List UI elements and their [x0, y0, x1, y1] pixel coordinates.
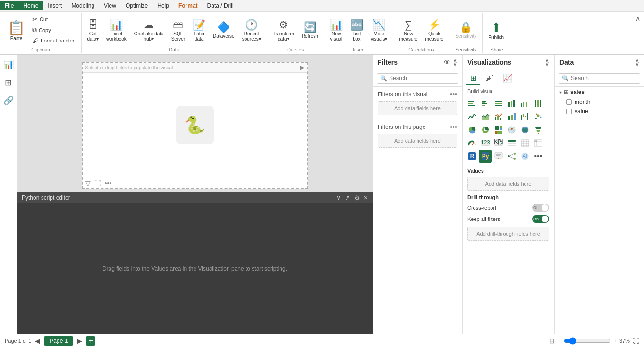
viz-tab-build[interactable]: ⊞	[466, 72, 480, 85]
model-view-button[interactable]: 🔗	[1, 93, 16, 108]
text-box-button[interactable]: 🔤 Textbox	[347, 18, 366, 42]
menu-modeling[interactable]: Modeling	[67, 1, 99, 10]
viz-type-filled-map[interactable]	[518, 123, 532, 136]
cross-report-toggle[interactable]: Off	[532, 204, 549, 212]
paste-button[interactable]: 📋 Paste	[5, 14, 28, 46]
keep-filters-toggle[interactable]: On	[532, 215, 549, 223]
menu-format[interactable]: Format	[174, 1, 203, 10]
close-editor-icon[interactable]: ×	[364, 194, 368, 202]
sql-server-button[interactable]: 🗃 SQLServer	[169, 18, 188, 42]
quick-measure-button[interactable]: ⚡ Quickmeasure	[422, 18, 446, 42]
filter-eye-icon[interactable]: 👁	[444, 59, 450, 66]
viz-type-more[interactable]: •••	[532, 150, 545, 163]
visual-expand-icon[interactable]: ▶	[300, 64, 305, 71]
fit-page-icon[interactable]: ⊟	[549, 337, 555, 345]
data-field-month[interactable]: month	[555, 97, 644, 107]
menu-datadrill[interactable]: Data / Drill	[203, 1, 238, 10]
zoom-plus-icon[interactable]: +	[614, 338, 617, 344]
more-options-icon[interactable]: •••	[105, 179, 112, 187]
excel-workbook-button[interactable]: 📊 Excelworkbook	[103, 18, 129, 42]
filters-visual-add-field[interactable]: Add data fields here	[378, 101, 457, 115]
refresh-button[interactable]: 🔄 Refresh	[299, 20, 321, 40]
next-page-btn[interactable]: ▶	[77, 337, 82, 345]
viz-type-slicer[interactable]	[505, 136, 518, 150]
zoom-minus-icon[interactable]: −	[558, 338, 560, 344]
data-table-sales[interactable]: ▾ ⊞ sales	[555, 87, 644, 97]
viz-type-col-100[interactable]	[532, 97, 545, 110]
viz-type-waterfall[interactable]	[518, 110, 532, 123]
filters-page-add-field[interactable]: Add data fields here	[378, 134, 457, 148]
viz-type-bar-stacked[interactable]	[466, 97, 479, 110]
prev-page-btn[interactable]: ◀	[35, 337, 40, 345]
recent-sources-button[interactable]: 🕐 Recentsources▾	[239, 18, 264, 42]
viz-type-table[interactable]	[518, 136, 532, 150]
viz-type-line-clustered[interactable]	[492, 110, 505, 123]
viz-type-col-stacked[interactable]	[505, 97, 518, 110]
viz-type-map[interactable]	[505, 123, 518, 136]
viz-type-treemap[interactable]	[492, 123, 505, 136]
zoom-slider[interactable]	[564, 337, 611, 345]
report-view-button[interactable]: 📊	[1, 58, 16, 72]
menu-optimize[interactable]: Optimize	[121, 1, 153, 10]
publish-button[interactable]: ⬆ Publish	[485, 19, 507, 41]
filters-visual-more[interactable]: •••	[450, 91, 457, 98]
menu-file[interactable]: File	[0, 1, 18, 10]
canvas-top[interactable]: Select or drag fields to populate the vi…	[17, 55, 373, 192]
viz-type-ai[interactable]: AI	[518, 150, 532, 163]
filters-search-input[interactable]	[389, 75, 460, 82]
settings-editor-icon[interactable]: ⚙	[354, 194, 360, 202]
viz-type-python[interactable]: Py	[479, 150, 492, 163]
new-measure-button[interactable]: ∑ Newmeasure	[396, 18, 420, 42]
sensitivity-button[interactable]: 🔒 Sensitivity	[452, 20, 479, 40]
data-field-month-checkbox[interactable]	[566, 99, 572, 105]
enter-data-button[interactable]: 📝 Enterdata	[190, 18, 208, 42]
collapse-ribbon-button[interactable]: ∧	[634, 13, 642, 53]
menu-help[interactable]: Help	[153, 1, 174, 10]
filter-expand-icon[interactable]: ⟫	[453, 59, 457, 66]
onelake-button[interactable]: ☁ OneLake datahub▾	[131, 18, 167, 42]
visual-container[interactable]: Select or drag fields to populate the vi…	[82, 62, 308, 189]
viz-type-area[interactable]	[479, 110, 492, 123]
viz-type-scatter[interactable]	[532, 110, 545, 123]
viz-tab-format[interactable]: 🖌	[482, 72, 497, 85]
viz-tab-analytics[interactable]: 📈	[499, 72, 516, 85]
viz-type-donut[interactable]	[479, 123, 492, 136]
data-search-input[interactable]	[571, 75, 642, 82]
viz-type-line[interactable]	[466, 110, 479, 123]
filter-visual-icon[interactable]: ▽	[85, 179, 91, 187]
viz-type-r[interactable]: R	[466, 150, 479, 163]
viz-type-smart-narrative[interactable]	[492, 150, 505, 163]
viz-type-ribbon[interactable]	[505, 110, 518, 123]
viz-type-bar-clustered[interactable]	[479, 97, 492, 110]
expand-editor-icon[interactable]: ↗	[345, 194, 350, 202]
cut-button[interactable]: ✂ Cut	[30, 15, 76, 24]
filters-page-more[interactable]: •••	[450, 123, 457, 131]
viz-type-kpi[interactable]: KPI▲ 12%	[492, 136, 505, 150]
menu-view[interactable]: View	[99, 1, 121, 10]
transform-data-button[interactable]: ⚙ Transformdata▾	[270, 18, 297, 42]
viz-type-bar-100[interactable]	[492, 97, 505, 110]
viz-type-card[interactable]: 123	[479, 136, 492, 150]
viz-type-matrix[interactable]	[532, 136, 545, 150]
filters-search-box[interactable]: 🔍	[377, 73, 458, 84]
dataverse-button[interactable]: 🔷 Dataverse	[210, 20, 237, 40]
viz-type-decomp-tree[interactable]	[505, 150, 518, 163]
viz-expand-icon[interactable]: ⟫	[545, 59, 549, 66]
page-1-tab[interactable]: Page 1	[44, 336, 73, 346]
viz-values-add-field[interactable]: Add data fields here	[467, 177, 549, 191]
copy-button[interactable]: ⧉ Copy	[30, 25, 76, 35]
more-visuals-button[interactable]: 📉 Morevisuals▾	[368, 18, 390, 42]
data-expand-icon[interactable]: ⟫	[636, 59, 639, 66]
viz-type-funnel[interactable]	[532, 123, 545, 136]
new-visual-button[interactable]: 📊 Newvisual	[327, 18, 346, 42]
data-field-value[interactable]: value	[555, 107, 644, 116]
menu-home[interactable]: Home	[18, 1, 43, 10]
get-data-button[interactable]: 🗄 Getdata▾	[85, 18, 102, 42]
format-painter-button[interactable]: 🖌 Format painter	[30, 36, 76, 45]
data-field-value-checkbox[interactable]	[566, 109, 572, 114]
add-page-btn[interactable]: +	[86, 336, 95, 346]
collapse-editor-icon[interactable]: ∨	[336, 194, 341, 202]
menu-insert[interactable]: Insert	[43, 1, 67, 10]
table-view-button[interactable]: ⊞	[3, 76, 14, 90]
viz-type-pie[interactable]	[466, 123, 479, 136]
